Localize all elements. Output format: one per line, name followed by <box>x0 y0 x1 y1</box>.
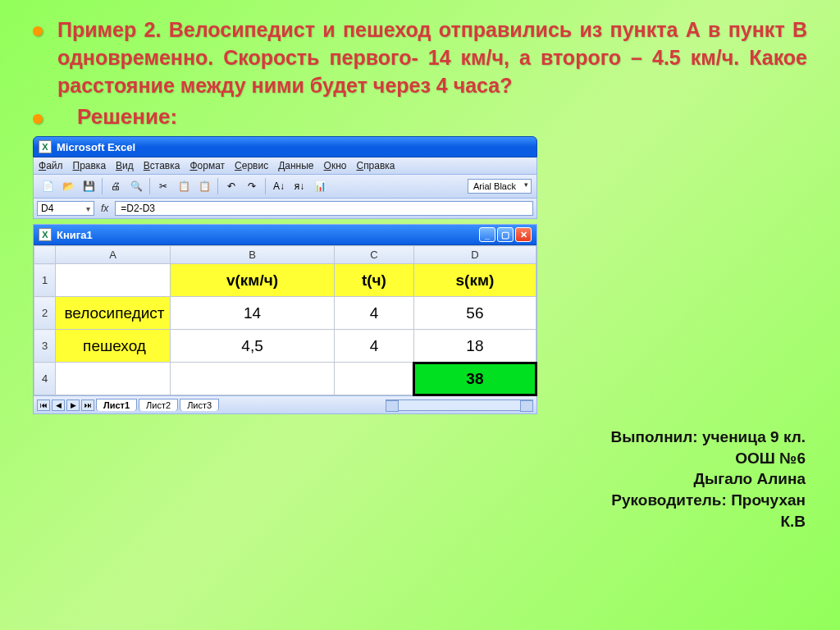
menu-tools[interactable]: Сервис <box>235 160 268 171</box>
workbook-titlebar[interactable]: X Книга1 _ ▢ ✕ <box>34 225 536 245</box>
cell[interactable]: 18 <box>413 330 536 363</box>
font-selector[interactable]: Arial Black <box>468 179 532 194</box>
tab-nav-first-icon[interactable]: ⏮ <box>37 399 50 411</box>
cell[interactable]: v(км/ч) <box>171 264 335 297</box>
cell[interactable] <box>56 363 171 395</box>
separator <box>149 178 150 194</box>
minimize-icon[interactable]: _ <box>479 227 495 242</box>
print-icon[interactable]: 🖨 <box>107 177 125 195</box>
menu-help[interactable]: Справка <box>356 160 395 171</box>
menu-data[interactable]: Данные <box>278 160 313 171</box>
col-header-b[interactable]: B <box>171 246 335 264</box>
chart-icon[interactable]: 📊 <box>311 177 329 195</box>
credit-line: К.В <box>559 511 806 532</box>
credit-line: Руководитель: Прочухан <box>559 490 806 511</box>
cell[interactable] <box>335 363 414 395</box>
menu-insert[interactable]: Вставка <box>144 160 180 171</box>
row-header[interactable]: 1 <box>34 264 56 297</box>
separator <box>265 178 266 194</box>
workbook-window: X Книга1 _ ▢ ✕ A B C D 1 v(км/ч) t(ч) s(… <box>33 224 537 414</box>
excel-icon: X <box>39 228 52 241</box>
workbook-title: Книга1 <box>57 229 93 241</box>
new-icon[interactable]: 📄 <box>39 177 57 195</box>
app-title: Microsoft Excel <box>57 141 135 153</box>
menu-window[interactable]: Окно <box>324 160 347 171</box>
cell[interactable]: 14 <box>171 297 335 330</box>
spreadsheet-grid[interactable]: A B C D 1 v(км/ч) t(ч) s(км) 2 велосипед… <box>34 245 536 395</box>
tab-nav-prev-icon[interactable]: ◀ <box>52 399 65 411</box>
separator <box>102 178 103 194</box>
bullet-dot <box>33 114 43 124</box>
row-header[interactable]: 4 <box>34 363 56 395</box>
row-header[interactable]: 2 <box>34 297 56 330</box>
menu-bar[interactable]: Файл Правка Вид Вставка Формат Сервис Да… <box>33 158 537 175</box>
formula-input[interactable]: =D2-D3 <box>115 201 533 216</box>
credit-line: ООШ №6 <box>559 448 806 469</box>
cell[interactable]: пешеход <box>56 330 171 363</box>
active-cell-ref: D4 <box>41 203 53 214</box>
cell[interactable]: t(ч) <box>335 264 414 297</box>
select-all[interactable] <box>34 246 56 264</box>
bullet-dot <box>33 26 43 36</box>
paste-icon[interactable]: 📋 <box>195 177 213 195</box>
col-header-d[interactable]: D <box>413 246 536 264</box>
close-icon[interactable]: ✕ <box>515 227 532 242</box>
sheet-tab[interactable]: Лист3 <box>180 399 219 411</box>
credit-line: Выполнил: ученица 9 кл. <box>559 427 806 448</box>
separator <box>217 178 218 194</box>
sort-desc-icon[interactable]: я↓ <box>290 177 308 195</box>
cell[interactable]: 4,5 <box>171 330 335 363</box>
col-header-c[interactable]: C <box>335 246 414 264</box>
formula-bar: D4 fx =D2-D3 <box>33 199 537 219</box>
menu-file[interactable]: Файл <box>39 160 63 171</box>
name-box[interactable]: D4 <box>37 201 94 216</box>
cell[interactable]: s(км) <box>413 264 536 297</box>
toolbar: 📄 📂 💾 🖨 🔍 ✂ 📋 📋 ↶ ↷ A↓ я↓ 📊 Arial Black <box>33 175 537 199</box>
maximize-icon[interactable]: ▢ <box>497 227 514 242</box>
solution-label: Решение: <box>77 104 177 130</box>
tab-nav-last-icon[interactable]: ⏭ <box>81 399 94 411</box>
row-header[interactable]: 3 <box>34 330 56 363</box>
cell[interactable]: 56 <box>413 297 536 330</box>
col-header-a[interactable]: A <box>56 246 171 264</box>
menu-edit[interactable]: Правка <box>73 160 107 171</box>
cell[interactable]: велосипедист <box>56 297 171 330</box>
menu-view[interactable]: Вид <box>116 160 134 171</box>
sheet-tab[interactable]: Лист1 <box>96 399 137 411</box>
cell-result[interactable]: 38 <box>413 363 536 395</box>
cut-icon[interactable]: ✂ <box>154 177 172 195</box>
fx-icon[interactable]: fx <box>98 203 112 214</box>
excel-icon: X <box>39 140 52 153</box>
undo-icon[interactable]: ↶ <box>222 177 240 195</box>
redo-icon[interactable]: ↷ <box>243 177 261 195</box>
horizontal-scrollbar[interactable] <box>386 399 533 411</box>
cell[interactable] <box>56 264 171 297</box>
app-titlebar[interactable]: X Microsoft Excel <box>33 136 537 158</box>
credits: Выполнил: ученица 9 кл. ООШ №6 Дыгало Ал… <box>559 427 806 532</box>
sheet-tab[interactable]: Лист2 <box>139 399 178 411</box>
sort-asc-icon[interactable]: A↓ <box>270 177 288 195</box>
open-icon[interactable]: 📂 <box>59 177 77 195</box>
save-icon[interactable]: 💾 <box>80 177 98 195</box>
problem-text: Пример 2. Велосипедист и пешеход отправи… <box>57 16 807 99</box>
preview-icon[interactable]: 🔍 <box>127 177 145 195</box>
excel-window: X Microsoft Excel Файл Правка Вид Вставк… <box>33 136 537 414</box>
sheet-tabs: ⏮ ◀ ▶ ⏭ Лист1 Лист2 Лист3 <box>34 395 536 413</box>
copy-icon[interactable]: 📋 <box>175 177 193 195</box>
tab-nav-next-icon[interactable]: ▶ <box>66 399 80 411</box>
cell[interactable] <box>171 363 335 395</box>
menu-format[interactable]: Формат <box>189 160 225 171</box>
cell[interactable]: 4 <box>335 297 414 330</box>
credit-line: Дыгало Алина <box>559 468 806 490</box>
cell[interactable]: 4 <box>335 330 414 363</box>
